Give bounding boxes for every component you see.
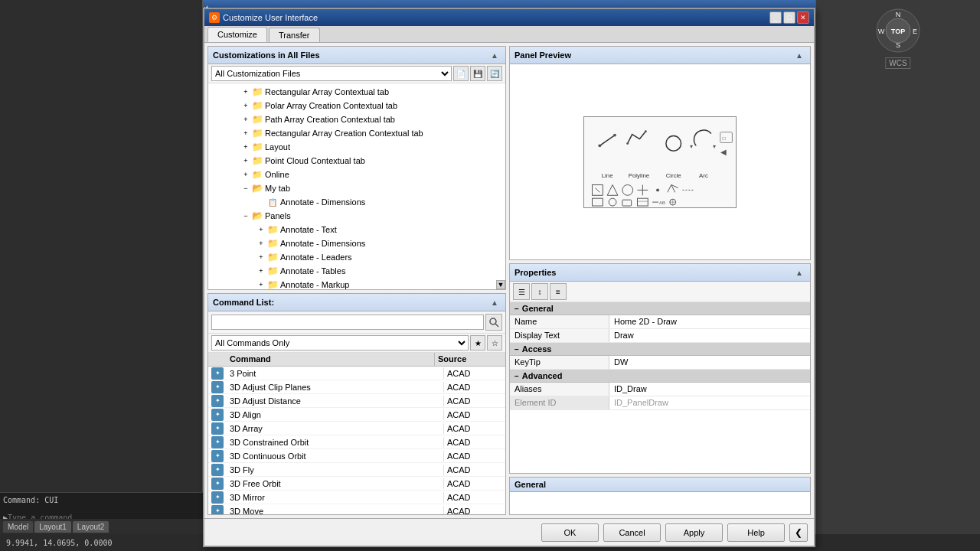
tab-customize[interactable]: Customize	[207, 27, 267, 42]
expand-icon-path[interactable]: +	[240, 114, 251, 125]
command-row-array[interactable]: ✦ 3D Array ACAD	[208, 422, 505, 435]
cmd-source-align: ACAD	[444, 409, 505, 420]
ok-button[interactable]: OK	[541, 523, 599, 542]
tree-item-rectangular-array[interactable]: + 📁 Rectangular Array Contextual tab	[210, 85, 504, 99]
tree-item-path-array[interactable]: + 📁 Path Array Creation Contextual tab	[210, 112, 504, 126]
panel-preview-title: Panel Preview	[514, 51, 571, 60]
tab-model[interactable]: Model	[3, 521, 33, 533]
expand-icon-online[interactable]: +	[240, 169, 251, 180]
command-search-input[interactable]	[211, 315, 484, 330]
help-button[interactable]: Help	[727, 523, 785, 542]
tree-item-annotate-dims[interactable]: + 📁 Annotate - Dimensions	[210, 236, 504, 250]
minimize-button[interactable]: _	[769, 11, 782, 24]
tree-item-panels[interactable]: − 📂 Panels	[210, 209, 504, 223]
prop-group-advanced-collapse[interactable]: −	[514, 372, 519, 380]
footer-arrow-button[interactable]: ❮	[789, 523, 808, 542]
tree-item-point-cloud[interactable]: + 📁 Point Cloud Contextual tab	[210, 154, 504, 168]
expand-icon-point-cloud[interactable]: +	[240, 155, 251, 166]
title-controls: _ □ ✕	[769, 11, 809, 24]
command-filter-star-btn[interactable]: ★	[470, 335, 485, 350]
expand-icon-annotate-text[interactable]: +	[256, 224, 266, 235]
properties-toolbar-btn1[interactable]: ☰	[513, 283, 530, 300]
prop-group-general-collapse[interactable]: −	[514, 305, 519, 313]
tree-item-online[interactable]: + 📁 Online	[210, 168, 504, 181]
cmd-name-3point: 3 Point	[227, 368, 444, 379]
expand-icon-layout[interactable]: +	[240, 142, 251, 152]
properties-collapse-btn[interactable]: ▲	[793, 266, 805, 279]
expand-icon-annotate-leaders[interactable]: +	[256, 252, 266, 262]
maximize-button[interactable]: □	[783, 11, 795, 24]
expand-icon-rect-creation[interactable]: +	[240, 128, 251, 139]
command-row-adjust-dist[interactable]: ✦ 3D Adjust Distance ACAD	[208, 394, 505, 408]
close-button[interactable]: ✕	[797, 11, 809, 24]
tree-item-rect-array-creation[interactable]: + 📁 Rectangular Array Creation Contextua…	[210, 126, 504, 140]
command-row-mirror[interactable]: ✦ 3D Mirror ACAD	[208, 491, 505, 504]
panel-preview-collapse-btn[interactable]: ▲	[793, 49, 805, 61]
tree-item-annotate-dims-child[interactable]: 📋 Annotate - Dimensions	[210, 195, 504, 209]
expand-icon-my-tab[interactable]: −	[240, 183, 251, 194]
cmd-source-mirror: ACAD	[444, 492, 505, 503]
expand-icon-panels[interactable]: −	[240, 210, 251, 221]
tree-item-my-tab[interactable]: − 📂 My tab	[210, 181, 504, 195]
tab-transfer[interactable]: Transfer	[269, 28, 320, 42]
svg-rect-33	[593, 198, 603, 206]
dialog-footer: OK Cancel Apply Help ❮	[204, 518, 814, 546]
properties-toolbar-btn3[interactable]: ≡	[550, 283, 567, 300]
command-row-move[interactable]: ✦ 3D Move ACAD	[208, 504, 505, 514]
customizations-collapse-btn[interactable]: ▲	[488, 49, 501, 61]
command-row-3point[interactable]: ✦ 3 Point ACAD	[208, 367, 505, 380]
prop-row-display-text[interactable]: Display Text Draw	[510, 329, 810, 343]
prop-group-general-header: − General	[510, 302, 810, 315]
customizations-title: Customizations in All Files	[213, 51, 320, 60]
properties-title: Properties	[514, 268, 556, 277]
cancel-button[interactable]: Cancel	[603, 523, 661, 542]
folder-icon-annotate-text: 📁	[266, 224, 279, 235]
command-row-align[interactable]: ✦ 3D Align ACAD	[208, 408, 505, 422]
tree-item-polar-array[interactable]: + 📁 Polar Array Creation Contextual tab	[210, 99, 504, 112]
cmd-col-icon-header	[208, 353, 227, 366]
command-row-fly[interactable]: ✦ 3D Fly ACAD	[208, 463, 505, 477]
expand-icon-annotate-markup[interactable]: +	[256, 279, 266, 289]
expand-icon-rectangular[interactable]: +	[240, 86, 251, 97]
cmd-source-free-orbit: ACAD	[444, 478, 505, 489]
expand-icon-polar[interactable]: +	[240, 100, 251, 111]
command-search-button[interactable]	[485, 314, 502, 331]
folder-icon-annotate-markup: 📁	[266, 279, 279, 289]
command-list-collapse-btn[interactable]: ▲	[488, 296, 501, 308]
customization-files-dropdown[interactable]: All Customization Files	[211, 66, 452, 81]
tree-item-layout[interactable]: + 📁 Layout	[210, 140, 504, 154]
tree-label-polar: Polar Array Creation Contextual tab	[265, 101, 397, 110]
tree-item-annotate-markup[interactable]: + 📁 Annotate - Markup	[210, 278, 504, 289]
tree-label-rectangular: Rectangular Array Contextual tab	[265, 87, 389, 96]
properties-toolbar-btn2[interactable]: ↕	[531, 283, 548, 300]
prop-row-aliases[interactable]: Aliases ID_Draw	[510, 383, 810, 396]
command-row-free-orbit[interactable]: ✦ 3D Free Orbit ACAD	[208, 477, 505, 491]
command-row-continuous-orbit[interactable]: ✦ 3D Continuous Orbit ACAD	[208, 449, 505, 463]
expand-icon-annotate-dims[interactable]: +	[256, 238, 266, 249]
tree-toolbar-new-btn[interactable]: 📄	[453, 66, 469, 81]
command-filter-dropdown[interactable]: All Commands Only	[211, 335, 469, 350]
apply-button[interactable]: Apply	[665, 523, 723, 542]
expand-icon-annotate-tables[interactable]: +	[256, 266, 266, 276]
command-filter-add-btn[interactable]: ☆	[487, 335, 502, 350]
tree-item-annotate-leaders[interactable]: + 📁 Annotate - Leaders	[210, 250, 504, 264]
tree-label-annotate-text: Annotate - Text	[280, 225, 337, 234]
command-row-constrained-orbit[interactable]: ✦ 3D Constrained Orbit ACAD	[208, 435, 505, 449]
tab-layout2[interactable]: Layout2	[73, 521, 109, 533]
tree-item-annotate-tables[interactable]: + 📁 Annotate - Tables	[210, 264, 504, 278]
tree-label-my-tab: My tab	[265, 184, 290, 193]
cmd-name-array: 3D Array	[227, 423, 444, 434]
svg-point-34	[609, 198, 616, 206]
prop-row-keytip[interactable]: KeyTip DW	[510, 356, 810, 370]
tree-toolbar-save-btn[interactable]: 💾	[470, 66, 485, 81]
tree-scrollbar-bottom[interactable]: ▼	[496, 280, 505, 289]
prop-row-name[interactable]: Name Home 2D - Draw	[510, 315, 810, 329]
prop-group-access-collapse[interactable]: −	[514, 345, 519, 354]
tree-label-point-cloud: Point Cloud Contextual tab	[265, 156, 365, 165]
tree-toolbar-reload-btn[interactable]: 🔄	[487, 66, 502, 81]
prop-name-label-name: Name	[510, 315, 609, 328]
tab-layout1[interactable]: Layout1	[34, 521, 71, 533]
command-row-adjust-clip[interactable]: ✦ 3D Adjust Clip Planes ACAD	[208, 380, 505, 394]
preview-canvas: Line Polyline	[583, 116, 737, 208]
tree-item-annotate-text[interactable]: + 📁 Annotate - Text	[210, 223, 504, 236]
